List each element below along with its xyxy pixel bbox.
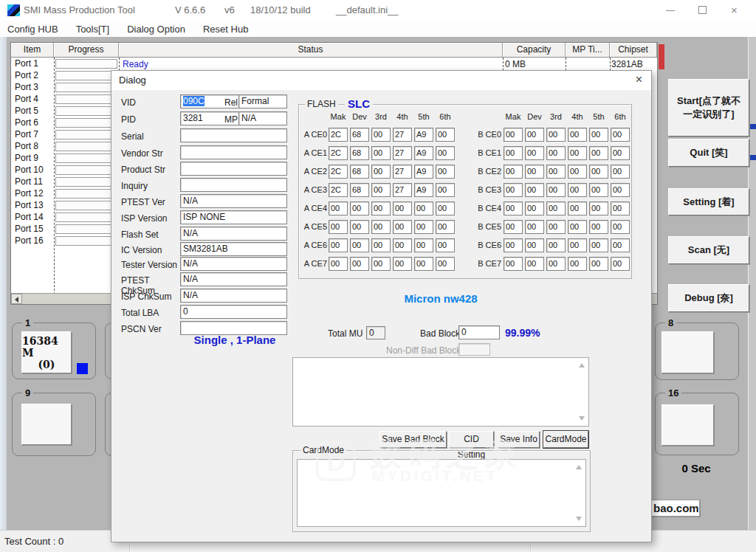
progress-bar: [55, 213, 117, 222]
progress-bar: [55, 94, 117, 104]
progress-bar: [55, 236, 117, 246]
slot-number: 8: [665, 317, 676, 328]
cardmode-textarea[interactable]: [297, 459, 586, 527]
menu-item-config-hub[interactable]: Config HUB: [7, 24, 58, 35]
progress-bar: [55, 106, 117, 116]
menu-item-tools-t-[interactable]: Tools[T]: [76, 24, 110, 35]
port-label[interactable]: Port 4: [11, 94, 54, 104]
port-label[interactable]: Port 9: [11, 153, 54, 163]
minimize-icon[interactable]: [666, 10, 675, 11]
slot-number: 16: [665, 387, 681, 399]
progress-bar: [55, 177, 117, 187]
progress-bar: [55, 201, 117, 210]
column-header-status[interactable]: Status: [119, 43, 503, 57]
port-label[interactable]: Port 2: [11, 70, 54, 80]
slot-group-1: 1 16384 M (0): [12, 322, 96, 379]
port-label[interactable]: Port 12: [11, 188, 54, 199]
slot-capacity: 16384 M: [22, 335, 71, 359]
column-divider: [54, 58, 55, 294]
window-title: SMI Mass Production Tool: [24, 4, 135, 15]
scroll-down-icon[interactable]: [576, 517, 582, 521]
slot-group-8: 8: [655, 322, 739, 380]
left-edge-strip: [0, 37, 7, 530]
progress-bar: [55, 83, 117, 92]
status-blue-square: [77, 363, 88, 374]
test-count-text: Test Count : 0: [4, 536, 63, 547]
port1-capacity: 0 MB: [505, 59, 526, 69]
app-icon: [7, 4, 20, 16]
menu-item-dialog-option[interactable]: Dialog Option: [127, 24, 185, 35]
side-button-setting[interactable]: Setting [着]: [668, 188, 749, 215]
port1-status: Ready: [123, 59, 148, 69]
progress-bar: [55, 153, 117, 163]
column-header-chipset[interactable]: Chipset: [610, 43, 657, 57]
title-bar: SMI Mass Production Tool V 6.6.6 v6 18/1…: [0, 0, 756, 21]
port-label[interactable]: Port 1: [11, 58, 54, 69]
slot-group-16: 16: [655, 393, 739, 455]
slot-number: 1: [22, 317, 33, 328]
slot-button-8[interactable]: [662, 331, 714, 373]
cardmode-group-label: CardMode: [300, 445, 346, 455]
dialog-window: Dialog × VID090CPID3281SerialVendor StrP…: [111, 70, 652, 542]
cardmode-group: CardMode: [292, 450, 591, 532]
table-header-row: ItemProgressStatusCapacityMP Ti...Chipse…: [11, 43, 657, 58]
bao-link-box[interactable]: bao.com: [650, 500, 700, 517]
column-header-mp-ti-[interactable]: MP Ti...: [566, 43, 610, 57]
column-header-capacity[interactable]: Capacity: [503, 43, 566, 57]
side-button-quit[interactable]: Quit [笑]: [668, 139, 749, 167]
side-button-debug[interactable]: Debug [奈]: [668, 284, 749, 312]
port-label[interactable]: Port 13: [11, 200, 54, 210]
progress-bar: [55, 118, 117, 128]
column-header-progress[interactable]: Progress: [54, 43, 119, 57]
action-button-save-bad-block[interactable]: Save Bad Block: [379, 431, 447, 448]
port-label[interactable]: Port 16: [11, 235, 54, 246]
side-button-scan[interactable]: Scan [无]: [668, 236, 749, 264]
scroll-left-icon: [15, 297, 18, 303]
progress-bar: [55, 71, 117, 80]
close-icon[interactable]: ×: [731, 4, 738, 16]
maximize-icon[interactable]: [698, 6, 707, 14]
progress-bar: [55, 142, 117, 151]
elapsed-time: 0 Sec: [667, 462, 726, 475]
slot-button-16[interactable]: [662, 404, 714, 446]
slot-group-9: 9: [12, 393, 96, 456]
port-label[interactable]: Port 10: [11, 165, 54, 175]
slot-button-9[interactable]: [21, 404, 72, 445]
red-strip: [659, 44, 664, 69]
column-header-item[interactable]: Item: [11, 43, 54, 57]
slot-button-1[interactable]: 16384 M (0): [21, 331, 72, 373]
version-text: V 6.6.6: [175, 4, 205, 15]
ini-filename: __default.ini__: [336, 4, 399, 15]
table-row: Port 1: [11, 58, 657, 69]
port-label[interactable]: Port 5: [11, 106, 54, 116]
progress-bar: [55, 224, 117, 234]
sliver-blue-mark: [750, 124, 756, 129]
side-button-start[interactable]: Start[点了就不 一定识别了]: [668, 79, 749, 137]
port-label[interactable]: Port 7: [11, 129, 54, 139]
action-button-cid-setting[interactable]: CID Setting: [449, 431, 494, 448]
action-button-cardmode[interactable]: CardMode: [543, 431, 588, 448]
menu-item-reset-hub[interactable]: Reset Hub: [203, 24, 248, 35]
sliver-blue-mark: [750, 155, 756, 160]
progress-bar: [55, 189, 117, 199]
slot-number: 9: [22, 387, 33, 399]
port-label[interactable]: Port 8: [11, 141, 54, 151]
build-text: 18/10/12 build: [250, 4, 311, 15]
port-label[interactable]: Port 15: [11, 224, 54, 234]
progress-bar: [55, 59, 117, 69]
version-tag: v6: [224, 4, 235, 15]
port1-chipset: 3281AB: [611, 59, 643, 69]
action-button-save-info[interactable]: Save Info: [498, 431, 540, 448]
scroll-left-button[interactable]: [11, 294, 22, 304]
port-label[interactable]: Port 3: [11, 82, 54, 92]
slot-count: (0): [38, 359, 55, 370]
menu-bar: Config HUBTools[T]Dialog OptionReset Hub: [0, 21, 756, 37]
scroll-up-icon[interactable]: [576, 465, 582, 469]
port-label[interactable]: Port 11: [11, 176, 54, 187]
progress-bar: [55, 130, 117, 139]
progress-bar: [55, 165, 117, 175]
port-label[interactable]: Port 6: [11, 117, 54, 128]
port-label[interactable]: Port 14: [11, 212, 54, 222]
